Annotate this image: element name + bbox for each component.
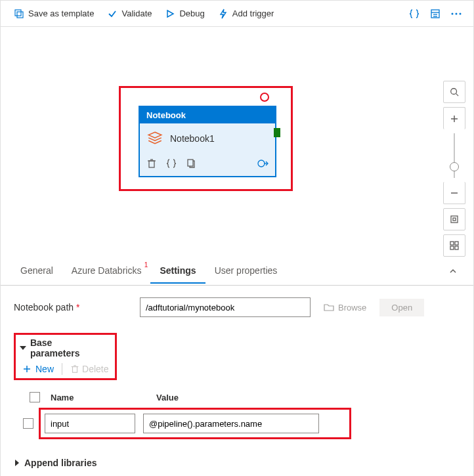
svg-rect-0 <box>15 10 21 16</box>
base-parameters-toggle[interactable]: Base parameters <box>20 337 104 358</box>
add-trigger-button[interactable]: Add trigger <box>211 6 281 22</box>
braces-icon <box>409 9 420 19</box>
plus-icon <box>450 114 459 123</box>
param-value-input[interactable] <box>143 414 319 433</box>
col-header-value: Value <box>156 393 454 402</box>
minus-icon <box>450 188 459 198</box>
databricks-icon <box>146 130 163 147</box>
svg-point-8 <box>456 12 458 14</box>
delete-parameter-button[interactable]: Delete <box>68 362 111 376</box>
svg-marker-2 <box>167 11 173 17</box>
more-button[interactable] <box>446 3 467 24</box>
fit-screen-button[interactable] <box>443 208 465 230</box>
checkmark-icon <box>107 9 118 19</box>
append-libraries-label: Append libraries <box>24 458 97 468</box>
layout-icon <box>450 241 459 250</box>
tab-azure-databricks[interactable]: Azure Databricks 1 <box>62 259 151 284</box>
delete-label: Delete <box>82 364 108 374</box>
pipeline-canvas[interactable]: Notebook Notebook1 <box>1 27 473 257</box>
chevron-up-icon <box>448 267 458 276</box>
save-template-button[interactable]: Save as template <box>7 6 100 22</box>
svg-rect-24 <box>455 242 458 245</box>
svg-point-7 <box>452 12 454 14</box>
notebook-activity-node[interactable]: Notebook Notebook1 <box>139 106 276 177</box>
delete-icon[interactable] <box>146 158 157 169</box>
layout-button[interactable] <box>443 234 465 257</box>
caret-down-icon <box>20 345 26 351</box>
search-canvas-button[interactable] <box>443 81 465 103</box>
browse-button[interactable]: Browse <box>318 300 372 315</box>
divider <box>62 363 62 375</box>
trash-icon <box>70 364 79 374</box>
copy-icon[interactable] <box>186 158 196 169</box>
svg-marker-33 <box>15 460 19 466</box>
error-badge: 1 <box>144 261 148 269</box>
notebook-path-input[interactable] <box>140 297 311 317</box>
svg-rect-22 <box>453 218 456 221</box>
param-name-input[interactable] <box>45 414 135 433</box>
svg-point-14 <box>258 160 265 167</box>
svg-rect-26 <box>455 246 458 249</box>
append-libraries-toggle[interactable]: Append libraries <box>14 458 460 468</box>
zoom-thumb[interactable] <box>450 162 459 171</box>
fit-icon <box>450 215 459 224</box>
svg-rect-1 <box>17 12 23 18</box>
play-icon <box>165 9 175 19</box>
svg-rect-30 <box>73 367 77 373</box>
svg-marker-27 <box>20 346 26 350</box>
zoom-slider[interactable] <box>454 133 455 178</box>
tab-user-properties[interactable]: User properties <box>205 259 287 284</box>
debug-label: Debug <box>179 9 204 18</box>
canvas-zoom-controls <box>443 81 465 257</box>
select-all-checkbox[interactable] <box>30 392 40 402</box>
folder-icon <box>324 303 334 312</box>
more-icon <box>450 9 462 19</box>
node-name: Notebook1 <box>170 133 215 144</box>
svg-rect-25 <box>450 246 454 249</box>
svg-rect-13 <box>188 160 193 166</box>
param-table-header: Name Value <box>23 387 460 408</box>
tab-general[interactable]: General <box>11 259 62 284</box>
param-row-highlight <box>39 408 351 439</box>
caret-right-icon <box>14 460 20 466</box>
lightning-icon <box>218 9 228 19</box>
plus-icon <box>22 364 32 374</box>
row-checkbox[interactable] <box>23 418 33 429</box>
svg-point-9 <box>460 12 462 14</box>
tab-settings[interactable]: Settings <box>150 259 205 284</box>
svg-line-17 <box>456 94 459 97</box>
save-template-icon <box>14 9 24 19</box>
tab-databricks-label: Azure Databricks <box>72 265 142 276</box>
validate-label: Validate <box>121 9 152 18</box>
new-parameter-button[interactable]: New <box>20 362 56 376</box>
open-button[interactable]: Open <box>379 299 424 316</box>
svg-point-16 <box>451 89 457 95</box>
zoom-in-button[interactable] <box>443 107 465 129</box>
validate-button[interactable]: Validate <box>100 6 158 22</box>
output-icon[interactable] <box>257 158 269 169</box>
toolbar: Save as template Validate Debug Add trig… <box>1 1 473 27</box>
success-connector[interactable] <box>274 128 280 137</box>
add-trigger-label: Add trigger <box>232 9 274 18</box>
code-view-button[interactable] <box>404 3 425 24</box>
collapse-panel-button[interactable] <box>443 261 463 281</box>
new-label: New <box>35 364 54 374</box>
save-template-label: Save as template <box>28 9 94 18</box>
properties-button[interactable] <box>425 3 446 24</box>
browse-label: Browse <box>338 303 366 313</box>
svg-rect-23 <box>450 242 454 245</box>
svg-rect-10 <box>149 161 154 167</box>
col-header-name: Name <box>51 393 146 402</box>
base-params-label: Base parameters <box>30 337 104 358</box>
notebook-path-label: Notebook path * <box>14 302 132 313</box>
base-params-highlight: Base parameters New Delete <box>14 333 117 380</box>
node-type-label: Notebook <box>140 107 275 123</box>
zoom-out-button[interactable] <box>443 182 465 204</box>
code-icon[interactable] <box>166 158 177 169</box>
activity-tab-bar: General Azure Databricks 1 Settings User… <box>1 257 473 286</box>
status-indicator <box>260 93 269 102</box>
search-icon <box>450 87 459 97</box>
properties-icon <box>430 9 441 19</box>
svg-rect-21 <box>451 216 458 223</box>
debug-button[interactable]: Debug <box>158 6 211 22</box>
